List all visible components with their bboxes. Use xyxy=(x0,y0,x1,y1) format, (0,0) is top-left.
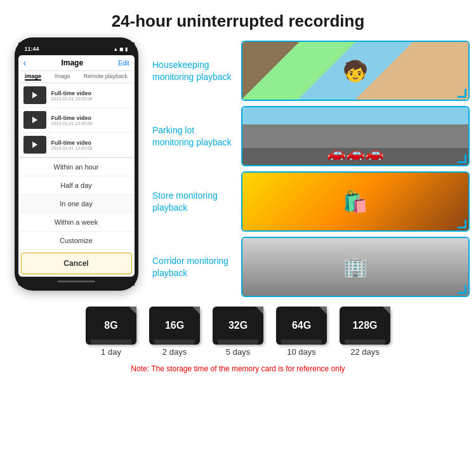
monitoring-label-2: Parking lot monitoring playback xyxy=(152,124,235,147)
corridor-img: 🏢 xyxy=(242,238,468,296)
storage-card-item: 128G 22 days xyxy=(340,307,390,357)
video-info-1: Full-time video 2019-01-01 15:55:08 xyxy=(51,90,129,101)
video-name-3: Full-time video xyxy=(51,140,129,146)
monitoring-item-1: Housekeeping monitoring playback 🧒 xyxy=(152,41,470,101)
storage-section: 8G 1 day 16G 2 days 32G 5 days 64G 10 da… xyxy=(0,297,476,376)
storage-note: Note: The storage time of the memory car… xyxy=(131,362,345,373)
sd-card-notch xyxy=(345,340,385,345)
video-date-1: 2019-01-01 15:55:08 xyxy=(51,96,129,101)
main-content: 11:44 ▲ ◼ ▮ ‹ Image Edit image Image Rem… xyxy=(0,37,476,297)
corner-arrow-3 xyxy=(458,220,466,228)
phone-notch xyxy=(57,43,95,51)
monitoring-item-3: Store monitoring playback 🛍️ xyxy=(152,171,470,232)
monitoring-text-4: Corridor monitoring playback xyxy=(152,255,235,278)
monitoring-label-4: Corridor monitoring playback xyxy=(152,255,235,278)
parking-img: 🚗🚗🚗 xyxy=(242,107,468,165)
monitoring-item-2: Parking lot monitoring playback 🚗🚗🚗 xyxy=(152,106,470,166)
storage-cards: 8G 1 day 16G 2 days 32G 5 days 64G 10 da… xyxy=(86,307,390,357)
video-info-2: Full-time video 2019-01-01 13:45:00 xyxy=(51,115,129,126)
sd-card-label: 8G xyxy=(104,320,117,331)
sd-card: 8G xyxy=(86,307,136,345)
housekeeping-img: 🧒 xyxy=(242,42,468,100)
video-thumbnail-1 xyxy=(23,86,46,104)
corner-arrow-1 xyxy=(458,89,466,98)
monitoring-image-4: 🏢 xyxy=(241,237,470,297)
video-thumbnail-2 xyxy=(23,111,46,129)
storage-card-item: 16G 2 days xyxy=(149,307,200,357)
phone-screen-title: Image xyxy=(61,58,83,67)
dropdown-item-4[interactable]: Within a week xyxy=(18,213,135,232)
storage-days-label: 5 days xyxy=(226,347,250,357)
video-name-1: Full-time video xyxy=(51,90,129,96)
video-date-2: 2019-01-01 13:45:00 xyxy=(51,121,129,126)
dropdown-item-2[interactable]: Half a day xyxy=(18,176,135,195)
phone-screen: ‹ Image Edit image Image Remote playback xyxy=(18,55,135,277)
right-section: Housekeeping monitoring playback 🧒 Parki… xyxy=(152,37,470,297)
video-item-2[interactable]: Full-time video 2019-01-01 13:45:00 xyxy=(18,108,135,133)
phone-video-list: Full-time video 2019-01-01 15:55:08 Full… xyxy=(18,83,135,157)
phone-top-bar: ‹ Image Edit xyxy=(18,55,135,71)
phone-back-button[interactable]: ‹ xyxy=(23,58,27,68)
phone-section: 11:44 ▲ ◼ ▮ ‹ Image Edit image Image Rem… xyxy=(6,37,146,297)
tab-remote-playback[interactable]: Remote playback xyxy=(84,73,128,81)
phone-mockup: 11:44 ▲ ◼ ▮ ‹ Image Edit image Image Rem… xyxy=(15,37,138,291)
monitoring-label-1: Housekeeping monitoring playback xyxy=(152,59,235,82)
video-thumbnail-3 xyxy=(23,136,46,154)
storage-days-label: 22 days xyxy=(350,347,380,357)
page-title: 24-hour uninterrupted recording xyxy=(13,11,463,31)
sd-card-label: 64G xyxy=(292,320,311,331)
storage-card-item: 8G 1 day xyxy=(86,307,136,357)
video-info-3: Full-time video 2019-01-01 13:40:08 xyxy=(51,140,129,150)
monitoring-text-3: Store monitoring playback xyxy=(152,190,235,213)
sd-card-notch xyxy=(218,340,258,345)
phone-dropdown: Within an hour Half a day In one day Wit… xyxy=(18,157,135,274)
tab-image[interactable]: image xyxy=(25,73,41,81)
storage-days-label: 10 days xyxy=(287,347,316,357)
sd-card-label: 32G xyxy=(228,320,248,331)
sd-card-notch xyxy=(154,340,195,345)
monitoring-text-1: Housekeeping monitoring playback xyxy=(152,59,235,82)
monitoring-image-2: 🚗🚗🚗 xyxy=(241,106,470,166)
play-icon-3 xyxy=(32,142,37,148)
video-name-2: Full-time video xyxy=(51,115,129,121)
play-icon-1 xyxy=(32,92,37,98)
dropdown-item-1[interactable]: Within an hour xyxy=(18,158,135,176)
dropdown-item-3[interactable]: In one day xyxy=(18,195,135,213)
corner-arrow-2 xyxy=(458,154,466,163)
phone-home-indicator xyxy=(18,277,135,286)
sd-card: 32G xyxy=(213,307,263,345)
sd-card-notch xyxy=(91,340,131,345)
video-date-3: 2019-01-01 13:40:08 xyxy=(51,146,129,150)
phone-status-icons: ▲ ◼ ▮ xyxy=(113,46,128,52)
store-img: 🛍️ xyxy=(242,173,468,230)
phone-tabs: image Image Remote playback xyxy=(18,71,135,83)
phone-time: 11:44 xyxy=(25,46,39,52)
dropdown-cancel-button[interactable]: Cancel xyxy=(21,253,132,274)
page-header: 24-hour uninterrupted recording xyxy=(0,0,476,37)
monitoring-image-1: 🧒 xyxy=(241,41,470,101)
corner-arrow-4 xyxy=(458,285,466,294)
storage-days-label: 1 day xyxy=(101,347,121,357)
monitoring-label-3: Store monitoring playback xyxy=(152,190,235,213)
storage-card-item: 32G 5 days xyxy=(213,307,263,357)
monitoring-image-3: 🛍️ xyxy=(241,171,470,232)
phone-edit-button[interactable]: Edit xyxy=(118,60,129,67)
storage-card-item: 64G 10 days xyxy=(276,307,327,357)
sd-card: 16G xyxy=(149,307,200,345)
sd-card: 128G xyxy=(340,307,390,345)
sd-card: 64G xyxy=(276,307,327,345)
play-icon-2 xyxy=(32,117,37,123)
sd-card-notch xyxy=(281,340,322,345)
storage-days-label: 2 days xyxy=(162,347,187,357)
monitoring-text-2: Parking lot monitoring playback xyxy=(152,124,235,147)
monitoring-item-4: Corridor monitoring playback 🏢 xyxy=(152,237,470,297)
home-bar xyxy=(57,281,95,282)
sd-card-label: 16G xyxy=(165,320,184,331)
sd-card-label: 128G xyxy=(352,320,377,331)
video-item-3[interactable]: Full-time video 2019-01-01 13:40:08 xyxy=(18,133,135,157)
video-item-1[interactable]: Full-time video 2019-01-01 15:55:08 xyxy=(18,83,135,108)
tab-image2[interactable]: Image xyxy=(55,73,70,81)
dropdown-item-5[interactable]: Customize xyxy=(18,232,135,250)
